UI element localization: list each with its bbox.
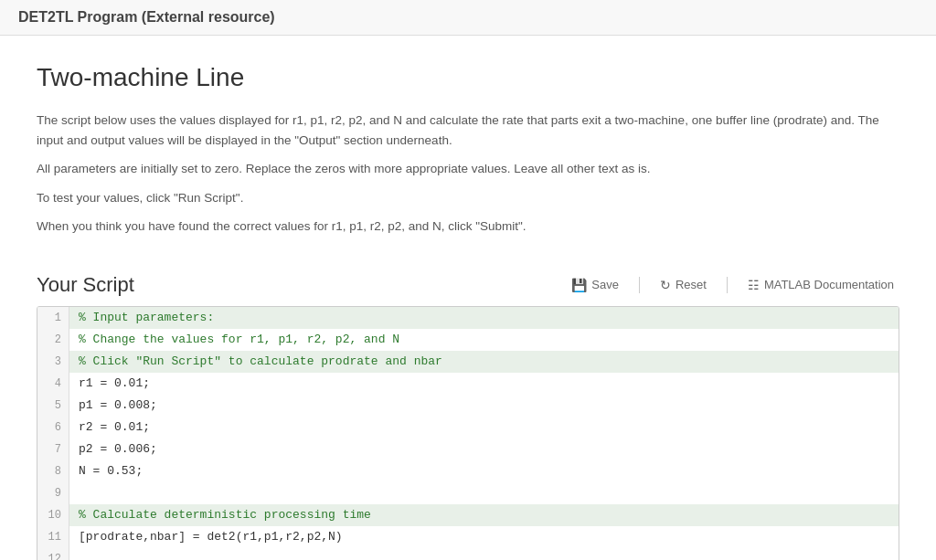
code-text: % Click "Run Script" to calculate prodra… — [69, 351, 899, 373]
docs-button[interactable]: ☷ MATLAB Documentation — [742, 274, 899, 296]
line-number: 5 — [37, 395, 69, 417]
script-header: Your Script 💾 Save ↻ Reset ☷ MATLAB Docu… — [37, 273, 899, 297]
line-number: 10 — [37, 504, 69, 526]
code-line-12: 12 — [37, 548, 899, 560]
code-line-10: 10% Calculate deterministic processing t… — [37, 504, 899, 526]
reset-label: Reset — [675, 278, 707, 291]
code-line-4: 4r1 = 0.01; — [37, 373, 899, 395]
toolbar-divider-2 — [727, 277, 728, 293]
header-title: DET2TL Program (External resource) — [18, 9, 275, 25]
save-button[interactable]: 💾 Save — [566, 274, 624, 296]
line-number: 9 — [37, 482, 69, 504]
line-number: 7 — [37, 438, 69, 460]
description-line-2: All parameters are initially set to zero… — [37, 159, 899, 179]
line-number: 1 — [37, 307, 69, 329]
code-text: r2 = 0.01; — [69, 417, 899, 438]
code-text — [69, 548, 899, 560]
line-number: 11 — [37, 526, 69, 548]
page-header: DET2TL Program (External resource) — [0, 0, 936, 36]
code-line-1: 1% Input parameters: — [37, 307, 899, 329]
code-text: N = 0.53; — [69, 460, 899, 482]
code-line-2: 2% Change the values for r1, p1, r2, p2,… — [37, 329, 899, 351]
code-text: r1 = 0.01; — [69, 373, 899, 395]
code-line-3: 3% Click "Run Script" to calculate prodr… — [37, 351, 899, 373]
toolbar-divider-1 — [639, 277, 640, 293]
reset-icon: ↻ — [660, 278, 671, 292]
page-title: Two-machine Line — [37, 63, 899, 92]
docs-icon: ☷ — [748, 278, 760, 292]
code-line-6: 6r2 = 0.01; — [37, 417, 899, 438]
line-number: 6 — [37, 417, 69, 438]
code-line-11: 11[prodrate,nbar] = det2(r1,p1,r2,p2,N) — [37, 526, 899, 548]
code-line-5: 5p1 = 0.008; — [37, 395, 899, 417]
code-line-7: 7p2 = 0.006; — [37, 438, 899, 460]
description-line-3: To test your values, click "Run Script". — [37, 188, 899, 208]
code-text: % Calculate deterministic processing tim… — [69, 504, 899, 526]
code-text: % Change the values for r1, p1, r2, p2, … — [69, 329, 899, 351]
save-icon: 💾 — [571, 278, 587, 292]
code-editor[interactable]: 1% Input parameters:2% Change the values… — [37, 306, 899, 560]
line-number: 12 — [37, 548, 69, 560]
code-line-8: 8N = 0.53; — [37, 460, 899, 482]
code-line-9: 9 — [37, 482, 899, 504]
line-number: 2 — [37, 329, 69, 351]
code-text: p1 = 0.008; — [69, 395, 899, 417]
line-number: 8 — [37, 460, 69, 482]
description-line-1: The script below uses the values display… — [37, 111, 899, 150]
docs-label: MATLAB Documentation — [764, 278, 894, 291]
code-text: p2 = 0.006; — [69, 438, 899, 460]
code-text — [69, 482, 899, 504]
script-section: Your Script 💾 Save ↻ Reset ☷ MATLAB Docu… — [37, 273, 899, 560]
save-label: Save — [591, 278, 619, 291]
page-content: Two-machine Line The script below uses t… — [0, 36, 936, 560]
description-line-4: When you think you have found the correc… — [37, 217, 899, 237]
line-number: 4 — [37, 373, 69, 395]
code-text: % Input parameters: — [69, 307, 899, 329]
script-title: Your Script — [37, 273, 134, 297]
script-toolbar: 💾 Save ↻ Reset ☷ MATLAB Documentation — [566, 274, 899, 296]
reset-button[interactable]: ↻ Reset — [654, 274, 712, 296]
line-number: 3 — [37, 351, 69, 373]
code-text: [prodrate,nbar] = det2(r1,p1,r2,p2,N) — [69, 526, 899, 548]
